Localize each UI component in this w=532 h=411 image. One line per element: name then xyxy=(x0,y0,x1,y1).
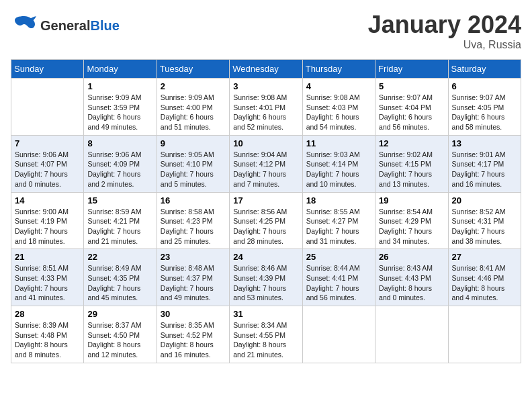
day-number: 16 xyxy=(161,195,226,205)
weekday-header-saturday: Saturday xyxy=(448,60,521,79)
title-area: January 2024 Uva, Russia xyxy=(368,11,521,51)
day-number: 6 xyxy=(452,81,517,91)
day-info: Sunrise: 8:35 AM Sunset: 4:52 PM Dayligh… xyxy=(161,320,226,360)
calendar-week-4: 21Sunrise: 8:51 AM Sunset: 4:33 PM Dayli… xyxy=(11,249,521,306)
day-info: Sunrise: 9:04 AM Sunset: 4:12 PM Dayligh… xyxy=(233,150,298,189)
calendar-cell: 13Sunrise: 9:01 AM Sunset: 4:17 PM Dayli… xyxy=(448,135,521,192)
calendar-cell: 31Sunrise: 8:34 AM Sunset: 4:55 PM Dayli… xyxy=(230,306,302,363)
day-info: Sunrise: 9:02 AM Sunset: 4:15 PM Dayligh… xyxy=(379,150,444,189)
day-info: Sunrise: 8:51 AM Sunset: 4:33 PM Dayligh… xyxy=(15,263,80,303)
calendar-cell: 11Sunrise: 9:03 AM Sunset: 4:14 PM Dayli… xyxy=(302,135,375,192)
weekday-header-tuesday: Tuesday xyxy=(157,60,229,79)
calendar-cell: 24Sunrise: 8:46 AM Sunset: 4:39 PM Dayli… xyxy=(230,249,302,306)
calendar-cell: 16Sunrise: 8:58 AM Sunset: 4:23 PM Dayli… xyxy=(157,192,229,249)
day-number: 10 xyxy=(233,138,298,148)
day-info: Sunrise: 8:49 AM Sunset: 4:35 PM Dayligh… xyxy=(87,263,152,303)
month-title: January 2024 xyxy=(368,11,521,39)
day-info: Sunrise: 8:54 AM Sunset: 4:29 PM Dayligh… xyxy=(379,207,444,246)
day-info: Sunrise: 9:09 AM Sunset: 4:00 PM Dayligh… xyxy=(161,93,226,132)
day-info: Sunrise: 8:34 AM Sunset: 4:55 PM Dayligh… xyxy=(233,320,298,360)
calendar-week-3: 14Sunrise: 9:00 AM Sunset: 4:19 PM Dayli… xyxy=(11,192,521,249)
calendar-cell: 27Sunrise: 8:41 AM Sunset: 4:46 PM Dayli… xyxy=(448,249,521,306)
day-number: 31 xyxy=(233,309,298,319)
page-header: GeneralBlue January 2024 Uva, Russia xyxy=(11,11,521,51)
day-number: 23 xyxy=(161,252,226,262)
day-number: 30 xyxy=(161,309,226,319)
day-info: Sunrise: 9:03 AM Sunset: 4:14 PM Dayligh… xyxy=(306,150,371,189)
calendar-cell xyxy=(375,306,448,363)
calendar-week-1: 1Sunrise: 9:09 AM Sunset: 3:59 PM Daylig… xyxy=(11,79,521,136)
calendar-cell: 15Sunrise: 8:59 AM Sunset: 4:21 PM Dayli… xyxy=(84,192,157,249)
calendar-cell: 17Sunrise: 8:56 AM Sunset: 4:25 PM Dayli… xyxy=(230,192,302,249)
day-number: 12 xyxy=(379,138,444,148)
day-info: Sunrise: 8:52 AM Sunset: 4:31 PM Dayligh… xyxy=(452,207,517,246)
day-info: Sunrise: 9:01 AM Sunset: 4:17 PM Dayligh… xyxy=(452,150,517,189)
logo-icon xyxy=(11,11,38,40)
day-info: Sunrise: 8:44 AM Sunset: 4:41 PM Dayligh… xyxy=(306,263,371,303)
calendar-cell: 5Sunrise: 9:07 AM Sunset: 4:04 PM Daylig… xyxy=(375,79,448,136)
calendar-cell: 9Sunrise: 9:05 AM Sunset: 4:10 PM Daylig… xyxy=(157,135,229,192)
day-info: Sunrise: 9:08 AM Sunset: 4:03 PM Dayligh… xyxy=(306,93,371,132)
day-number: 24 xyxy=(233,252,298,262)
day-number: 8 xyxy=(87,138,152,148)
calendar-cell: 28Sunrise: 8:39 AM Sunset: 4:48 PM Dayli… xyxy=(11,306,84,363)
calendar-cell xyxy=(302,306,375,363)
day-number: 2 xyxy=(161,81,226,91)
day-info: Sunrise: 8:56 AM Sunset: 4:25 PM Dayligh… xyxy=(233,207,298,246)
day-number: 15 xyxy=(87,195,152,205)
weekday-header-row: SundayMondayTuesdayWednesdayThursdayFrid… xyxy=(11,60,521,79)
day-info: Sunrise: 9:06 AM Sunset: 4:07 PM Dayligh… xyxy=(15,150,80,189)
calendar-week-5: 28Sunrise: 8:39 AM Sunset: 4:48 PM Dayli… xyxy=(11,306,521,363)
day-number: 17 xyxy=(233,195,298,205)
weekday-header-sunday: Sunday xyxy=(11,60,84,79)
calendar-cell: 1Sunrise: 9:09 AM Sunset: 3:59 PM Daylig… xyxy=(84,79,157,136)
day-number: 13 xyxy=(452,138,517,148)
calendar-cell: 20Sunrise: 8:52 AM Sunset: 4:31 PM Dayli… xyxy=(448,192,521,249)
calendar-cell: 19Sunrise: 8:54 AM Sunset: 4:29 PM Dayli… xyxy=(375,192,448,249)
day-info: Sunrise: 8:58 AM Sunset: 4:23 PM Dayligh… xyxy=(161,207,226,246)
day-number: 18 xyxy=(306,195,371,205)
day-number: 22 xyxy=(87,252,152,262)
weekday-header-friday: Friday xyxy=(375,60,448,79)
day-info: Sunrise: 8:41 AM Sunset: 4:46 PM Dayligh… xyxy=(452,263,517,303)
weekday-header-monday: Monday xyxy=(84,60,157,79)
location: Uva, Russia xyxy=(368,39,521,51)
calendar-cell: 10Sunrise: 9:04 AM Sunset: 4:12 PM Dayli… xyxy=(230,135,302,192)
weekday-header-wednesday: Wednesday xyxy=(230,60,302,79)
day-info: Sunrise: 8:39 AM Sunset: 4:48 PM Dayligh… xyxy=(15,320,80,360)
calendar-cell: 29Sunrise: 8:37 AM Sunset: 4:50 PM Dayli… xyxy=(84,306,157,363)
day-info: Sunrise: 8:48 AM Sunset: 4:37 PM Dayligh… xyxy=(161,263,226,303)
calendar-cell: 7Sunrise: 9:06 AM Sunset: 4:07 PM Daylig… xyxy=(11,135,84,192)
calendar-cell: 18Sunrise: 8:55 AM Sunset: 4:27 PM Dayli… xyxy=(302,192,375,249)
calendar-cell: 6Sunrise: 9:07 AM Sunset: 4:05 PM Daylig… xyxy=(448,79,521,136)
calendar-cell: 8Sunrise: 9:06 AM Sunset: 4:09 PM Daylig… xyxy=(84,135,157,192)
calendar-cell: 4Sunrise: 9:08 AM Sunset: 4:03 PM Daylig… xyxy=(302,79,375,136)
day-number: 11 xyxy=(306,138,371,148)
day-number: 21 xyxy=(15,252,80,262)
day-number: 27 xyxy=(452,252,517,262)
weekday-header-thursday: Thursday xyxy=(302,60,375,79)
day-info: Sunrise: 8:43 AM Sunset: 4:43 PM Dayligh… xyxy=(379,263,444,303)
day-number: 1 xyxy=(87,81,152,91)
day-info: Sunrise: 9:07 AM Sunset: 4:04 PM Dayligh… xyxy=(379,93,444,132)
day-info: Sunrise: 8:37 AM Sunset: 4:50 PM Dayligh… xyxy=(87,320,152,360)
calendar-cell: 26Sunrise: 8:43 AM Sunset: 4:43 PM Dayli… xyxy=(375,249,448,306)
calendar-cell: 23Sunrise: 8:48 AM Sunset: 4:37 PM Dayli… xyxy=(157,249,229,306)
calendar-cell: 12Sunrise: 9:02 AM Sunset: 4:15 PM Dayli… xyxy=(375,135,448,192)
day-info: Sunrise: 9:09 AM Sunset: 3:59 PM Dayligh… xyxy=(87,93,152,132)
logo-text: GeneralBlue xyxy=(40,18,120,34)
logo: GeneralBlue xyxy=(11,11,120,40)
calendar-cell: 21Sunrise: 8:51 AM Sunset: 4:33 PM Dayli… xyxy=(11,249,84,306)
day-info: Sunrise: 9:06 AM Sunset: 4:09 PM Dayligh… xyxy=(87,150,152,189)
calendar-cell: 2Sunrise: 9:09 AM Sunset: 4:00 PM Daylig… xyxy=(157,79,229,136)
calendar-cell xyxy=(448,306,521,363)
calendar-cell: 25Sunrise: 8:44 AM Sunset: 4:41 PM Dayli… xyxy=(302,249,375,306)
day-number: 14 xyxy=(15,195,80,205)
day-info: Sunrise: 8:46 AM Sunset: 4:39 PM Dayligh… xyxy=(233,263,298,303)
calendar-week-2: 7Sunrise: 9:06 AM Sunset: 4:07 PM Daylig… xyxy=(11,135,521,192)
day-number: 25 xyxy=(306,252,371,262)
calendar-cell: 3Sunrise: 9:08 AM Sunset: 4:01 PM Daylig… xyxy=(230,79,302,136)
day-info: Sunrise: 9:08 AM Sunset: 4:01 PM Dayligh… xyxy=(233,93,298,132)
calendar-cell xyxy=(11,79,84,136)
calendar-cell: 22Sunrise: 8:49 AM Sunset: 4:35 PM Dayli… xyxy=(84,249,157,306)
